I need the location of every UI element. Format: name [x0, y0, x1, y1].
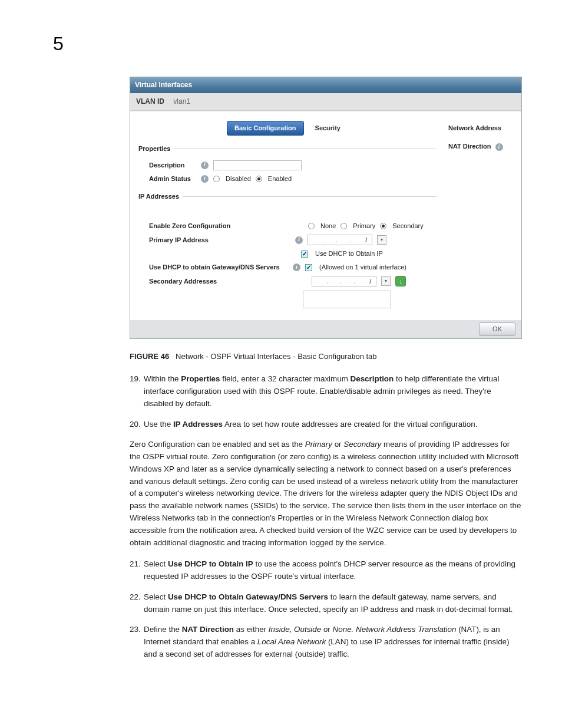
admin-status-label: Admin Status	[149, 174, 196, 184]
none-label: None	[320, 221, 336, 231]
ok-button[interactable]: OK	[479, 322, 515, 336]
use-dhcp-gateway-dns-checkbox[interactable]	[305, 264, 312, 271]
dhcp-gw-note: (Allowed on 1 virtual interface)	[319, 262, 406, 272]
figure-caption: FIGURE 46 Network - OSPF Virtual Interfa…	[130, 351, 522, 363]
zero-config-secondary-radio[interactable]	[380, 223, 386, 229]
admin-status-enabled-radio[interactable]	[256, 176, 262, 182]
slash: /	[369, 276, 371, 286]
info-icon: i	[201, 175, 209, 183]
primary-ip-input[interactable]: ... /	[308, 235, 372, 245]
info-icon: i	[295, 236, 303, 244]
divider	[174, 149, 437, 149]
use-dhcp-obtain-ip-checkbox[interactable]	[301, 251, 308, 258]
secondary-addresses-label: Secondary Addresses	[149, 276, 279, 286]
tab-security[interactable]: Security	[308, 121, 348, 136]
step-21: 21. Select Use DHCP to Obtain IP to use …	[130, 558, 522, 583]
zero-config-paragraph: Zero Configuration can be enabled and se…	[130, 439, 522, 549]
use-dhcp-obtain-ip-label: Use DHCP to Obtain IP	[315, 249, 383, 259]
tab-basic-configuration[interactable]: Basic Configuration	[227, 121, 304, 136]
enable-zero-configuration-label: Enable Zero Configuration	[149, 221, 279, 231]
description-input[interactable]	[213, 160, 302, 170]
admin-status-disabled-radio[interactable]	[213, 176, 220, 182]
ip-addresses-legend: IP Addresses	[138, 192, 179, 202]
slash: /	[365, 235, 367, 245]
mask-dropdown[interactable]: ▾	[381, 276, 391, 286]
properties-legend: Properties	[138, 144, 170, 154]
nat-direction-label: NAT Direction i	[448, 141, 515, 151]
info-icon: i	[293, 263, 300, 271]
vlan-id-value: vlan1	[173, 97, 190, 106]
divider	[183, 196, 437, 197]
description-label: Description	[149, 160, 196, 170]
add-secondary-address-button[interactable]	[395, 276, 406, 286]
secondary-ip-input[interactable]: ... /	[312, 276, 376, 286]
vlan-header: VLAN ID vlan1	[130, 93, 521, 111]
step-23: 23. Define the NAT Direction as either I…	[130, 624, 522, 660]
primary-label: Primary	[353, 221, 375, 231]
panel-title: Virtual Interfaces	[130, 77, 521, 94]
step-22: 22. Select Use DHCP to Obtain Gateway/DN…	[130, 591, 522, 616]
secondary-label: Secondary	[392, 221, 424, 231]
mask-dropdown[interactable]: ▾	[377, 235, 386, 245]
step-20: 20. Use the IP Addresses Area to set how…	[130, 419, 522, 431]
secondary-addresses-list[interactable]	[303, 291, 391, 308]
enabled-label: Enabled	[268, 174, 292, 184]
zero-config-none-radio[interactable]	[308, 223, 315, 229]
vlan-id-label: VLAN ID	[136, 97, 164, 106]
screenshot-panel: Virtual Interfaces VLAN ID vlan1 Basic C…	[130, 77, 522, 340]
network-address-label: Network Address	[448, 123, 515, 133]
primary-ip-address-label: Primary IP Address	[149, 235, 279, 245]
use-dhcp-gateway-dns-label: Use DHCP to obtain Gateway/DNS Servers	[149, 262, 288, 272]
step-19: 19. Within the Properties field, enter a…	[130, 373, 522, 410]
chapter-number: 5	[53, 29, 522, 59]
zero-config-primary-radio[interactable]	[340, 223, 347, 229]
info-icon: i	[201, 162, 209, 169]
disabled-label: Disabled	[226, 174, 251, 184]
info-icon: i	[495, 143, 503, 151]
